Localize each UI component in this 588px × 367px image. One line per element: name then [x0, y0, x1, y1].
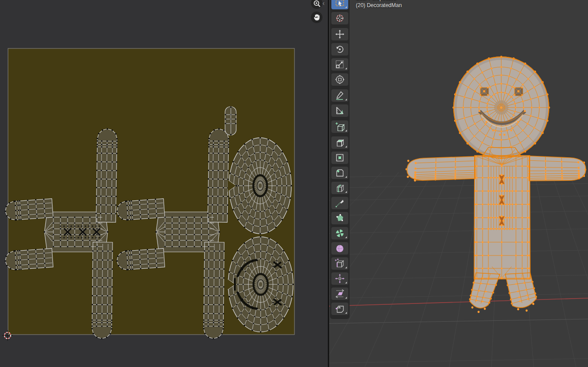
cursor-icon — [334, 13, 345, 24]
uv-pan-gizmo[interactable] — [311, 12, 322, 23]
tool-add-cube-button[interactable] — [331, 120, 348, 133]
rotate-icon — [334, 44, 345, 55]
hand-icon — [312, 12, 322, 22]
tool-rotate-button[interactable] — [331, 43, 348, 56]
scale-icon — [334, 59, 345, 70]
move-icon — [334, 29, 345, 40]
shrink-fatten-icon — [334, 273, 345, 284]
tool-inset-faces-button[interactable] — [331, 152, 348, 164]
uv-island-small-strip[interactable] — [225, 107, 237, 136]
tool-shrink-fatten-button[interactable] — [331, 272, 348, 285]
shear-icon — [334, 288, 345, 299]
extrude-region-icon — [334, 137, 345, 148]
rip-region-icon — [334, 303, 345, 314]
poly-build-icon — [334, 213, 345, 223]
tool-measure-button[interactable] — [331, 104, 348, 117]
bevel-icon — [334, 168, 345, 178]
uv-editor-region[interactable]: ‹ — [0, 0, 328, 367]
uv-zoom-gizmo[interactable] — [311, 0, 322, 9]
tool-transform-button[interactable] — [331, 73, 348, 86]
tool-shear-button[interactable] — [331, 287, 348, 300]
tool-cursor-button[interactable] — [331, 12, 348, 24]
tool-move-button[interactable] — [331, 28, 348, 40]
tool-extrude-region-button[interactable] — [331, 136, 348, 149]
tool-smooth-button[interactable] — [331, 242, 348, 255]
knife-icon — [334, 198, 345, 208]
tool-spin-button[interactable] — [331, 227, 348, 239]
tool-rip-region-button[interactable] — [331, 303, 348, 315]
viewport-canvas[interactable] — [329, 0, 588, 367]
edge-slide-icon — [334, 258, 345, 269]
spin-icon — [334, 228, 345, 239]
uv-sidebar-collapse-chevron[interactable]: ‹ — [322, 0, 325, 6]
tool-loop-cut-button[interactable] — [331, 182, 348, 194]
uv-canvas[interactable] — [0, 0, 328, 367]
blender-window: ‹ User Perspective (20) DecoratedMan — [0, 0, 588, 367]
measure-icon — [334, 105, 345, 116]
tool-edge-slide-button[interactable] — [331, 257, 348, 270]
viewport-3d-region[interactable]: User Perspective (20) DecoratedMan — [329, 0, 588, 367]
smooth-icon — [334, 243, 345, 254]
annotate-icon — [334, 90, 345, 101]
tool-bevel-button[interactable] — [331, 167, 348, 179]
tool-scale-button[interactable] — [331, 58, 348, 71]
inset-faces-icon — [334, 152, 345, 163]
select-box-icon — [334, 0, 345, 8]
tool-select-box-button[interactable] — [331, 0, 348, 9]
tool-knife-button[interactable] — [331, 197, 348, 209]
loop-cut-icon — [334, 183, 345, 193]
magnifier-plus-icon — [312, 0, 322, 8]
toolbar — [330, 0, 350, 319]
tool-poly-build-button[interactable] — [331, 212, 348, 224]
tool-annotate-button[interactable] — [331, 89, 348, 102]
add-cube-icon — [334, 121, 345, 132]
transform-icon — [334, 74, 345, 85]
